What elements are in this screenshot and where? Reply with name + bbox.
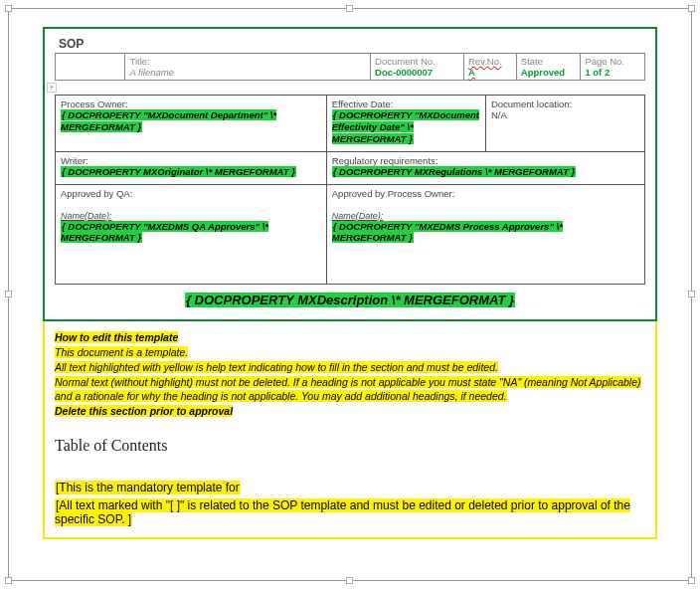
- approved-po-label: Approved by Process Owner:: [332, 188, 455, 199]
- process-owner-field[interactable]: { DOCPROPERTY "MXDocument Department" \*…: [61, 109, 276, 132]
- resize-handle[interactable]: [346, 5, 353, 12]
- revno-label: Rev.No.: [468, 56, 502, 67]
- mandatory-line[interactable]: [All text marked with "[ ]" is related t…: [55, 498, 630, 526]
- resize-handle[interactable]: [346, 577, 353, 584]
- document-header-table: Title: A filename Document No. Doc-00000…: [55, 53, 645, 81]
- effective-date-label: Effective Date:: [332, 98, 394, 109]
- description-field[interactable]: { DOCPROPERTY MXDescription \* MERGEFORM…: [185, 293, 515, 307]
- state-label: State: [521, 56, 543, 67]
- help-heading: How to edit this template: [55, 331, 178, 343]
- mandatory-line[interactable]: [This is the mandatory template for: [55, 481, 241, 494]
- title-value: A filename: [129, 67, 174, 78]
- title-label: Title:: [129, 56, 149, 67]
- resize-handle[interactable]: [688, 291, 695, 297]
- approved-qa-label: Approved by QA:: [61, 188, 132, 199]
- docno-value: Doc-0000007: [375, 67, 433, 78]
- po-approvers-field[interactable]: { DOCPROPERTY "MXEDMS Process Approvers"…: [332, 221, 563, 244]
- writer-field[interactable]: { DOCPROPERTY MXOriginator \* MERGEFORMA…: [61, 166, 296, 177]
- metadata-table: Process Owner: { DOCPROPERTY "MXDocument…: [55, 95, 645, 285]
- resize-handle[interactable]: [688, 577, 695, 584]
- toc-heading: Table of Contents: [55, 437, 645, 455]
- state-value: Approved: [521, 67, 565, 78]
- name-date-label: Name(Date):: [332, 211, 384, 221]
- header-region: SOP Title: A filename Document No. Doc-0…: [43, 27, 657, 321]
- resize-handle[interactable]: [5, 291, 12, 297]
- effective-date-field[interactable]: { DOCPROPERTY "MXDocument Effectivity Da…: [332, 109, 479, 144]
- help-delete-line: Delete this section prior to approval: [55, 405, 233, 417]
- process-owner-label: Process Owner:: [61, 98, 128, 109]
- table-anchor-icon[interactable]: +: [47, 83, 57, 93]
- reg-req-field[interactable]: { DOCPROPERTY MXRegulations \* MERGEFORM…: [332, 166, 576, 177]
- qa-approvers-field[interactable]: { DOCPROPERTY "MXEDMS QA Approvers" \* M…: [61, 221, 268, 244]
- doc-location-label: Document location:: [491, 98, 572, 109]
- writer-label: Writer:: [61, 155, 88, 166]
- help-line: This document is a template.: [55, 346, 188, 358]
- doc-location-value: N/A: [491, 109, 507, 120]
- selection-frame[interactable]: SOP Title: A filename Document No. Doc-0…: [8, 8, 692, 581]
- help-region: How to edit this template This document …: [43, 321, 657, 539]
- help-line: All text highlighted with yellow is help…: [55, 361, 498, 373]
- description-line: { DOCPROPERTY MXDescription \* MERGEFORM…: [55, 293, 645, 308]
- resize-handle[interactable]: [5, 577, 12, 584]
- revno-value: A: [468, 67, 475, 78]
- pageno-label: Page No.: [585, 56, 624, 67]
- pageno-value: 1 of 2: [585, 67, 610, 78]
- reg-req-label: Regulatory requirements:: [332, 155, 438, 166]
- sop-label: SOP: [55, 35, 645, 53]
- resize-handle[interactable]: [5, 5, 12, 12]
- help-line: Normal text (without highlight) must not…: [55, 376, 641, 402]
- name-date-label: Name(Date):: [61, 211, 112, 221]
- docno-label: Document No.: [375, 56, 436, 67]
- resize-handle[interactable]: [688, 5, 695, 12]
